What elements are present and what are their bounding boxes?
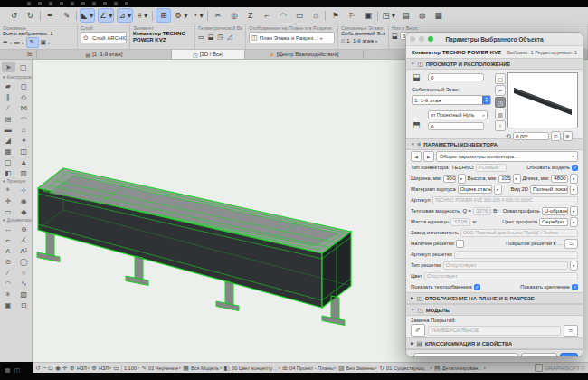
scale-combo[interactable]: 1:100▸ — [124, 366, 139, 371]
quick-option-1-combo[interactable]: НЗЛ▸ — [77, 366, 90, 371]
renovation-filter-combo[interactable]: 01 Существующ…▸ — [386, 366, 432, 371]
tool-icon[interactable]: ◯ — [17, 256, 31, 267]
settings-button[interactable]: ✎ — [26, 37, 39, 48]
preview-2d-icon[interactable]: ▢ — [495, 73, 506, 84]
copy-icon[interactable]: ▣ — [361, 9, 375, 22]
tool-icon[interactable]: ▢ — [1, 157, 14, 167]
flag-add-icon[interactable]: ⚐ — [345, 9, 358, 22]
tool-icon[interactable]: ∡ — [17, 234, 31, 245]
section-classification[interactable]: ▶ ▤ КЛАССИФИКАЦИЯ И СВОЙСТВА — [406, 337, 583, 349]
tab-3d-all[interactable]: ◳ [3D / Все] — [172, 50, 245, 59]
flag-icon[interactable]: ⚑ — [328, 9, 342, 22]
render-icon[interactable]: ◍ — [415, 9, 429, 22]
chevron-icon[interactable]: ▸ — [458, 174, 466, 184]
tool-icon[interactable]: ⋈ — [17, 102, 31, 113]
eye-icon[interactable]: ◉ — [55, 365, 61, 372]
top-offset-field[interactable]: 0 — [428, 73, 484, 81]
detail-icon[interactable]: ▤ — [434, 365, 441, 372]
chevron-icon[interactable]: ▸ — [570, 217, 578, 227]
footer-layer-select[interactable]: ⊙ Слой ARCHICAD ▸ — [413, 353, 518, 357]
ok-button[interactable]: ОК — [560, 353, 578, 357]
layer-combo[interactable]: ⊙ Слой ARCHICAD ▸ — [81, 32, 127, 43]
bottom-offset-field[interactable]: 0 — [428, 122, 484, 130]
param-page-select[interactable]: Общие параметры конвектора… ▸ — [436, 151, 578, 162]
box-icon[interactable]: ▭ — [292, 9, 306, 22]
undo-icon[interactable]: ↺ — [7, 9, 21, 22]
override-icon[interactable]: ▨ — [338, 365, 345, 372]
tool-icon[interactable]: ∿ — [17, 278, 31, 289]
pen-set-combo[interactable]: 02 Черчение▸ — [148, 366, 181, 371]
fillet-icon[interactable]: ◠ — [276, 9, 289, 22]
transfer-icon[interactable]: ▣ — [41, 39, 47, 46]
cutplane-icon[interactable]: ⊕ — [91, 365, 97, 372]
height-field[interactable]: 105 — [498, 175, 510, 183]
tool-icon[interactable]: ▤ — [1, 113, 14, 124]
mirror-icon[interactable]: ⊡ — [551, 131, 561, 141]
fill-chip-icon[interactable]: ▭ — [14, 39, 20, 46]
paint-icon[interactable]: ✐ — [411, 324, 425, 337]
tool-icon[interactable]: ⌐ — [1, 234, 14, 245]
tool-icon[interactable]: ⊡ — [17, 299, 31, 310]
tool-icon[interactable]: ✳ — [1, 289, 14, 299]
preview-info-icon[interactable]: i — [495, 120, 506, 131]
overrides-combo[interactable]: Без Замены▸ — [346, 366, 378, 371]
layer-combination-combo[interactable]: Вся Модель▸ — [191, 366, 222, 371]
tool-icon[interactable]: ∕ — [1, 267, 14, 278]
material-field[interactable]: Оцинк.сталь — [458, 185, 492, 194]
redo-icon[interactable]: ↻ — [24, 9, 37, 22]
section-model[interactable]: ▼ ◳ МОДЕЛЬ — [406, 304, 583, 316]
magnify-icon[interactable]: ⊕ — [70, 365, 75, 372]
model-view-combo[interactable]: 04 Проект - Планы▸ — [289, 366, 337, 371]
grille-checkbox[interactable]: ✓ — [456, 240, 464, 248]
datum-select[interactable]: от Проектный Нуль ▸ — [428, 110, 488, 119]
tool-icon[interactable]: ○ — [17, 267, 31, 278]
doc-icon[interactable]: ⊞ — [282, 365, 288, 372]
fit-icon[interactable]: ⊡ — [48, 365, 53, 372]
prev-page-button[interactable]: ◀ — [411, 151, 422, 162]
split-icon[interactable]: ✂ — [211, 9, 224, 22]
toolbox-section-label[interactable]: ▼ Документирование — [0, 217, 32, 223]
update-model-checkbox[interactable]: ✓ — [572, 165, 578, 171]
tab-overview-button[interactable]: ⊞ — [24, 50, 37, 59]
show-exchanger-checkbox[interactable]: ✓ — [474, 284, 480, 290]
guide-lines-icon[interactable]: ◣ ▾ — [80, 8, 95, 23]
chevron-icon[interactable]: ▸ — [494, 185, 502, 195]
layers-icon[interactable]: ▦ — [183, 365, 189, 372]
chevron-icon[interactable]: ▸ — [570, 261, 578, 271]
toolbox-section-label[interactable]: ▼ Проекция — [0, 178, 32, 185]
reno-icon[interactable]: ↻ — [379, 365, 384, 372]
snap-points-icon[interactable]: ⊿ ▾ — [117, 8, 133, 23]
clock-icon[interactable]: ◔ ▾ — [191, 9, 204, 22]
walk-icon[interactable]: ✛ — [62, 365, 68, 372]
tool-icon[interactable]: ▰ — [1, 81, 14, 91]
surface-picker-icon[interactable]: ⊡ — [564, 325, 578, 337]
home-story-value[interactable]: 1. 1-й этаж — [346, 38, 374, 43]
chevron-icon[interactable]: ▸ — [570, 185, 578, 195]
tool-icon[interactable]: ⌖ — [1, 185, 14, 195]
preview-list-icon[interactable]: ▥ — [495, 109, 506, 119]
tool-icon[interactable]: ◇ — [17, 91, 31, 102]
profile-field[interactable]: U-образный — [542, 207, 568, 215]
tool-icon[interactable]: ▥ — [17, 167, 31, 178]
tool-icon[interactable]: ▬ — [1, 124, 14, 135]
graphic-override-combo[interactable]: 00 Цвет концепту…▸ — [232, 366, 280, 371]
tool-icon[interactable]: ◉ — [17, 195, 31, 206]
preview-section-icon[interactable]: ⌐ — [495, 85, 506, 96]
grille-coating-button[interactable]: ▭ — [564, 239, 578, 249]
grid-snap-icon[interactable]: # ▾ — [136, 9, 149, 22]
tool-icon[interactable]: ◠ — [17, 113, 31, 124]
toolbox-section-label[interactable]: ▼ Конструирование — [0, 74, 32, 81]
groups-toggle-icon[interactable]: ⊞ — [156, 8, 171, 23]
show-mount-checkbox[interactable]: ✓ — [572, 284, 578, 290]
length-field[interactable]: 4800 — [551, 175, 568, 183]
pickup-parameters-icon[interactable]: ✒ — [43, 9, 57, 22]
chevron-icon[interactable]: ▸ — [570, 174, 578, 184]
tool-icon[interactable]: ◧ — [1, 167, 14, 178]
rotation-field[interactable]: 0,00° — [513, 132, 549, 140]
infobox-section-element[interactable]: Элемент: Конвектор TECHNO POWER KVZ — [130, 24, 195, 49]
cancel-button[interactable]: Отменить — [521, 353, 556, 357]
section-preview-position[interactable]: ▼ ◫ ПРОСМОТР И РАСПОЛОЖЕНИЕ — [406, 58, 583, 70]
marquee-icon[interactable]: ▭ — [113, 365, 119, 372]
tool-icon[interactable]: ▦ — [1, 146, 14, 157]
stretch-icon[interactable]: Z — [243, 9, 257, 22]
